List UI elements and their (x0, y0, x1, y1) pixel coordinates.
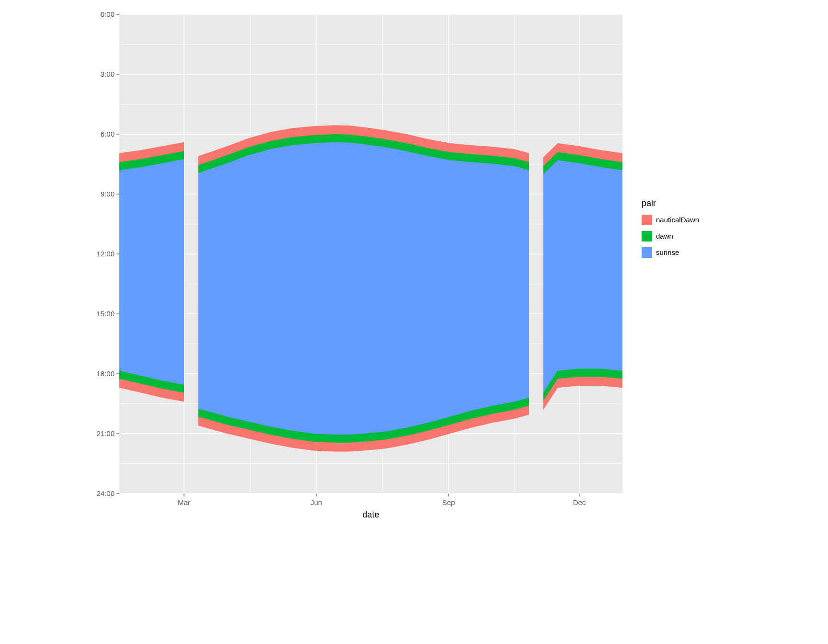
y-tick-label: 24:00 (96, 489, 115, 497)
legend-label: dawn (656, 232, 673, 240)
y-tick-label: 0:00 (101, 10, 115, 18)
x-tick-label: Sep (442, 498, 455, 506)
legend-item-sunrise: sunrise (642, 247, 679, 258)
y-tick-label: 18:00 (96, 369, 115, 378)
legend-item-dawn: dawn (642, 231, 673, 242)
legend: pairnauticalDawndawnsunrise (642, 198, 699, 258)
y-tick-label: 6:00 (101, 130, 115, 138)
legend-swatch (642, 231, 652, 242)
legend-swatch (642, 215, 652, 225)
legend-item-nauticalDawn: nauticalDawn (642, 215, 699, 225)
y-tick-label: 3:00 (101, 70, 115, 78)
y-tick-label: 15:00 (96, 310, 115, 318)
x-tick-label: Mar (178, 498, 190, 506)
chart-container: 0:003:006:009:0012:0015:0018:0021:0024:0… (79, 10, 749, 537)
y-tick-label: 21:00 (96, 429, 115, 437)
legend-label: nauticalDawn (656, 216, 699, 224)
legend-swatch (642, 247, 652, 258)
x-axis-label: date (362, 510, 379, 519)
x-tick-label: Jun (310, 498, 322, 506)
y-tick-label: 9:00 (101, 190, 115, 198)
y-tick-label: 12:00 (96, 250, 115, 258)
x-tick-label: Dec (573, 498, 586, 506)
daylight-area-chart: 0:003:006:009:0012:0015:0018:0021:0024:0… (79, 10, 749, 537)
legend-label: sunrise (656, 248, 679, 256)
legend-title: pair (642, 198, 656, 208)
